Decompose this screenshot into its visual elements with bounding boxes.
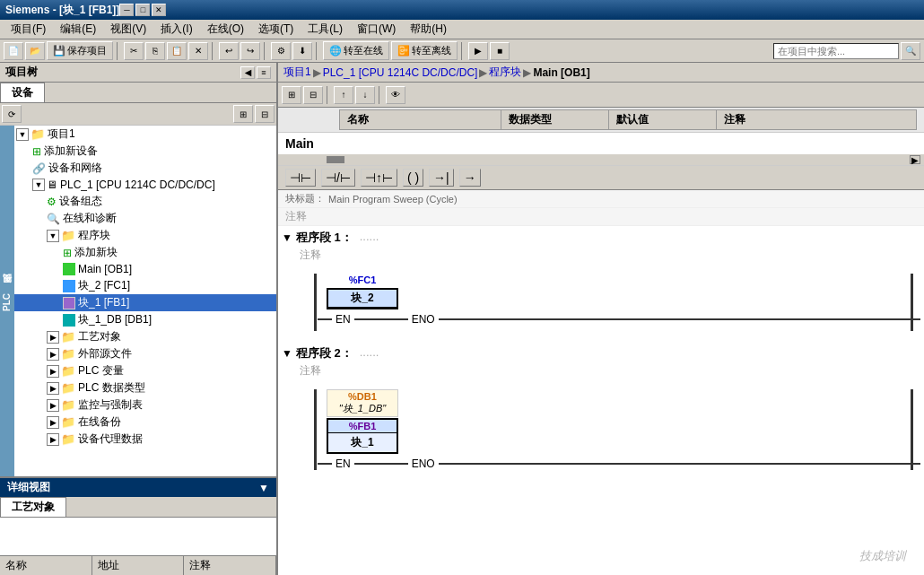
- lad-contact-pos-btn[interactable]: ⊣↑⊢: [361, 169, 397, 187]
- stop-button[interactable]: ■: [490, 42, 510, 60]
- menu-edit[interactable]: 编辑(E): [53, 20, 103, 39]
- title-bar-text: Siemens - [块_1 [FB1]]: [5, 3, 119, 18]
- lad-editor[interactable]: 名称 数据类型 默认值 注释 Main: [278, 108, 924, 575]
- start-monitor-button[interactable]: ▶: [468, 42, 488, 60]
- tree-item-online-diag[interactable]: 🔍 在线和诊断: [14, 210, 276, 227]
- tree-item-prog-blocks[interactable]: ▼ 📁 程序块: [14, 227, 276, 244]
- tree-item-block1-db1[interactable]: 块_1_DB [DB1]: [14, 311, 276, 328]
- breadcrumb-part0[interactable]: 项目1: [283, 65, 311, 80]
- tree-item-plc1[interactable]: ▼ 🖥 PLC_1 [CPU 1214C DC/DC/DC]: [14, 177, 276, 193]
- tree-item-tech-objects[interactable]: ▶ 📁 工艺对象: [14, 328, 276, 345]
- breadcrumb-part1[interactable]: PLC_1 [CPU 1214C DC/DC/DC]: [323, 66, 478, 79]
- network-1-expand[interactable]: ▼: [282, 231, 292, 244]
- expand-online-backup[interactable]: ▶: [47, 416, 59, 429]
- tree-collapse-all-button[interactable]: ⊟: [255, 105, 275, 123]
- menu-window[interactable]: 窗口(W): [350, 20, 403, 39]
- en-eno-row-2: EN ENO: [318, 457, 920, 470]
- tree-item-extern-src[interactable]: ▶ 📁 外部源文件: [14, 345, 276, 362]
- menu-online[interactable]: 在线(O): [200, 20, 251, 39]
- tree-item-add-block[interactable]: ⊞ 添加新块: [14, 244, 276, 261]
- tree-item-online-backup[interactable]: ▶ 📁 在线备份: [14, 414, 276, 431]
- expand-monitor[interactable]: ▶: [47, 399, 59, 412]
- close-button[interactable]: ✕: [152, 4, 166, 16]
- detail-tab-tech[interactable]: 工艺对象: [0, 497, 66, 517]
- scroll-thumb[interactable]: [327, 156, 344, 163]
- network-2-expand[interactable]: ▼: [282, 347, 292, 360]
- expand-plc1[interactable]: ▼: [32, 179, 45, 191]
- scroll-right-btn[interactable]: ▶: [910, 155, 920, 164]
- open-button[interactable]: 📂: [25, 42, 45, 60]
- tree-expand-all-button[interactable]: ⊞: [233, 105, 253, 123]
- tree-item-device-proxy[interactable]: ▶ 📁 设备代理数据: [14, 431, 276, 448]
- tree-tab-bar: 设备: [0, 83, 276, 103]
- search-input[interactable]: [773, 43, 899, 59]
- fc-block-header: 块_2: [328, 290, 397, 308]
- go-offline-button[interactable]: 📴 转至离线: [391, 41, 458, 60]
- cut-button[interactable]: ✂: [124, 42, 144, 60]
- menu-view[interactable]: 视图(V): [103, 20, 153, 39]
- expand-plc-vars[interactable]: ▶: [47, 365, 59, 378]
- en-label-1: EN: [336, 313, 351, 326]
- compile-button[interactable]: ⚙: [271, 42, 291, 60]
- tree-item-block1-fb1[interactable]: 块_1 [FB1]: [14, 294, 276, 311]
- lad-coil-btn[interactable]: ( ): [403, 169, 423, 187]
- fc-block[interactable]: 块_2: [327, 288, 398, 309]
- tree-item-plc-types[interactable]: ▶ 📁 PLC 数据类型: [14, 379, 276, 396]
- copy-button[interactable]: ⎘: [145, 42, 165, 60]
- var-add-button[interactable]: ⊞: [282, 86, 301, 104]
- project-tree-header: 项目树 ◀ ≡: [0, 63, 276, 83]
- var-delete-button[interactable]: ⊟: [303, 86, 323, 104]
- var-up-button[interactable]: ↑: [334, 86, 353, 104]
- tree-settings-button[interactable]: ≡: [257, 66, 271, 79]
- save-button[interactable]: 💾 保存项目: [47, 41, 113, 60]
- menu-insert[interactable]: 插入(I): [153, 20, 199, 39]
- menu-help[interactable]: 帮助(H): [403, 20, 454, 39]
- tree-item-monitor[interactable]: ▶ 📁 监控与强制表: [14, 396, 276, 414]
- tree-collapse-button[interactable]: ◀: [240, 66, 255, 79]
- tree-item-device-config[interactable]: ⚙ 设备组态: [14, 193, 276, 210]
- maximize-button[interactable]: □: [135, 4, 150, 16]
- menu-project[interactable]: 项目(F): [4, 20, 53, 39]
- lad-contact-no-btn[interactable]: ⊣⊢: [285, 169, 316, 187]
- horiz-scroll[interactable]: ▶: [278, 154, 924, 165]
- lad-contact-nc-btn[interactable]: ⊣/⊢: [321, 169, 355, 187]
- paste-button[interactable]: 📋: [167, 42, 187, 60]
- lad-box-btn[interactable]: →: [459, 169, 481, 187]
- menu-options[interactable]: 选项(T): [251, 20, 301, 39]
- delete-button[interactable]: ✕: [188, 42, 208, 60]
- undo-button[interactable]: ↩: [219, 42, 239, 60]
- expand-device-proxy[interactable]: ▶: [47, 433, 59, 446]
- expand-tech-objects[interactable]: ▶: [47, 331, 59, 344]
- tree-item-plc-vars[interactable]: ▶ 📁 PLC 变量: [14, 362, 276, 379]
- search-button[interactable]: 🔍: [901, 42, 920, 60]
- expand-project1[interactable]: ▼: [16, 128, 29, 141]
- tree-item-add-device[interactable]: ⊞ 添加新设备: [14, 143, 276, 160]
- expand-extern-src[interactable]: ▶: [47, 348, 59, 361]
- network-2-dots: ......: [360, 345, 379, 359]
- var-down-button[interactable]: ↓: [355, 86, 375, 104]
- tab-devices[interactable]: 设备: [0, 83, 45, 102]
- monitor-toggle-button[interactable]: 👁: [386, 86, 405, 104]
- menu-tools[interactable]: 工具(L): [301, 20, 350, 39]
- lad-box-en-btn[interactable]: →|: [429, 169, 454, 187]
- detail-collapse-icon[interactable]: ▼: [258, 482, 269, 494]
- expand-plc-types[interactable]: ▶: [47, 382, 59, 395]
- redo-button[interactable]: ↪: [240, 42, 260, 60]
- expand-prog-blocks[interactable]: ▼: [47, 230, 59, 242]
- go-online-button[interactable]: 🌐 转至在线: [323, 41, 389, 60]
- watermark: 技成培训: [859, 548, 906, 564]
- tree-item-main-ob1[interactable]: Main [OB1]: [14, 261, 276, 277]
- tree-item-block2-fc1[interactable]: 块_2 [FC1]: [14, 277, 276, 294]
- minimize-button[interactable]: ─: [119, 4, 134, 16]
- fb-block[interactable]: %FB1 块_1: [327, 418, 398, 454]
- tree-refresh-button[interactable]: ⟳: [2, 105, 22, 123]
- download-button[interactable]: ⬇: [292, 42, 312, 60]
- new-button[interactable]: 📄: [4, 42, 23, 60]
- tree-item-project1[interactable]: ▼ 📁 项目1: [14, 126, 276, 143]
- breadcrumb-part2[interactable]: 程序块: [489, 65, 521, 80]
- block-title-comment: 块标题： Main Program Sweep (Cycle): [278, 190, 924, 208]
- block-teal-icon: [63, 314, 75, 327]
- folder-icon-prog-blocks: 📁: [61, 229, 75, 242]
- tree-item-device-network[interactable]: 🔗 设备和网络: [14, 160, 276, 177]
- tree-label-online-backup: 在线备份: [78, 414, 121, 430]
